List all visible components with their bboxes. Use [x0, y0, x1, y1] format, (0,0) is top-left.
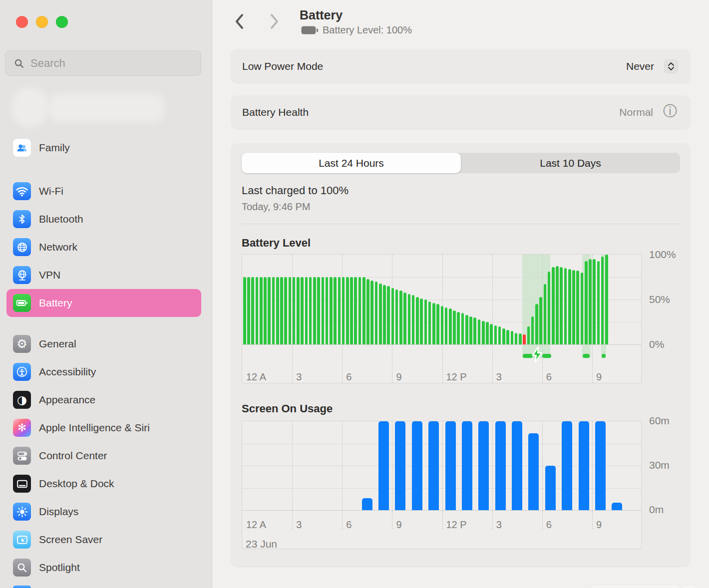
sidebar-item-vpn[interactable]: VPN: [6, 261, 201, 289]
sidebar-item-label: Accessibility: [39, 366, 96, 378]
battery-bar: [379, 284, 382, 344]
battery-bar: [399, 291, 402, 344]
x-axis-tick: 6: [546, 519, 552, 531]
last-charged-time: Today, 9:46 PM: [242, 201, 310, 213]
x-axis-tick: 9: [396, 371, 401, 383]
sidebar-item-apple-intelligence-siri[interactable]: ✻Apple Intelligence & Siri: [6, 414, 201, 442]
appearance-icon: ◑: [13, 391, 31, 409]
sidebar-item-network[interactable]: Network: [6, 233, 201, 261]
screen-usage-bar: [362, 498, 372, 510]
battery-bar: [576, 271, 579, 344]
battery-bar: [445, 307, 448, 344]
screen-on-usage-chart-title: Screen On Usage: [242, 402, 333, 415]
magnifier-icon: [13, 559, 31, 577]
battery-bar: [589, 259, 592, 344]
tab-last-10-days[interactable]: Last 10 Days: [461, 153, 680, 173]
window-close-button[interactable]: [16, 16, 28, 28]
battery-bar: [280, 277, 283, 344]
screen-usage-bar: [428, 421, 439, 510]
sidebar-item-label: Spotlight: [39, 562, 80, 574]
battery-bar: [243, 277, 246, 344]
window-icon: [13, 475, 31, 493]
account-name-redacted[interactable]: [50, 94, 164, 122]
battery-bar: [412, 295, 415, 344]
low-power-mode-stepper[interactable]: [664, 59, 678, 73]
info-icon[interactable]: ⓘ: [663, 104, 677, 118]
x-axis-tick: 3: [296, 519, 302, 531]
search-icon: [13, 58, 24, 69]
battery-bar: [301, 277, 304, 344]
battery-bar: [519, 333, 522, 344]
x-axis-tick: 9: [396, 519, 401, 531]
battery-bar: [535, 304, 538, 344]
battery-bar: [593, 259, 596, 344]
last-charged-title: Last charged to 100%: [242, 184, 349, 197]
battery-bar: [424, 299, 427, 344]
screen-usage-bar: [495, 421, 506, 510]
back-button[interactable]: [233, 12, 246, 30]
forward-button[interactable]: [268, 12, 281, 30]
battery-bar: [560, 267, 563, 344]
gridline-dashed: [492, 255, 493, 383]
battery-level-chart: 12 A36912 P369: [242, 254, 642, 383]
battery-bar: [322, 277, 325, 344]
battery-bar: [515, 333, 518, 344]
gridline-dashed: [592, 421, 593, 530]
battery-bar: [395, 290, 398, 344]
screen-usage-bar: [445, 421, 456, 510]
y-axis-tick: 0%: [649, 338, 664, 350]
screen-usage-bar: [562, 421, 572, 510]
sidebar-item-label: Family: [39, 142, 70, 154]
sidebar-item-general[interactable]: ⚙General: [6, 330, 201, 358]
sidebar-item-label: VPN: [39, 269, 60, 281]
battery-bar: [284, 277, 287, 344]
battery-bar: [568, 269, 571, 344]
window-zoom-button[interactable]: [56, 16, 68, 28]
battery-bar: [605, 255, 608, 344]
battery-bar: [552, 267, 555, 344]
avatar[interactable]: [11, 87, 50, 127]
battery-bar: [276, 277, 279, 344]
battery-bar: [601, 257, 604, 344]
screen-usage-bar: [512, 421, 522, 510]
sidebar-item-battery[interactable]: Battery: [6, 289, 201, 317]
sidebar-item-cutoff-icon[interactable]: [13, 586, 31, 588]
sidebar-item-desktop-dock[interactable]: Desktop & Dock: [6, 470, 201, 498]
x-axis-tick: 6: [346, 371, 352, 383]
battery-bar: [346, 277, 349, 344]
battery-bar: [317, 277, 320, 344]
x-axis-tick: 3: [496, 371, 502, 383]
battery-icon: [301, 26, 318, 34]
battery-bar: [420, 298, 423, 344]
gear-icon: ⚙: [13, 335, 31, 353]
battery-bar: [511, 331, 514, 344]
battery-bar: [387, 286, 390, 344]
tab-last-24-hours[interactable]: Last 24 Hours: [242, 153, 461, 173]
screen-on-usage-chart: 12 A36912 P369: [242, 421, 642, 549]
sidebar-item-appearance[interactable]: ◑Appearance: [6, 386, 201, 414]
sidebar-item-displays[interactable]: Displays: [6, 498, 201, 526]
battery-bar: [297, 277, 300, 344]
window-minimize-button[interactable]: [36, 16, 48, 28]
gridline-dashed: [392, 421, 392, 530]
x-axis-tick: 12 P: [446, 371, 467, 383]
screensaver-icon: [13, 531, 31, 549]
battery-bar: [313, 277, 316, 344]
battery-bar: [330, 277, 333, 344]
search-input[interactable]: Search: [5, 50, 201, 76]
sidebar-item-wi-fi[interactable]: Wi-Fi: [6, 177, 201, 205]
battery-bar: [494, 325, 497, 344]
sidebar-item-spotlight[interactable]: Spotlight: [6, 554, 201, 582]
sidebar-item-bluetooth[interactable]: Bluetooth: [6, 205, 201, 233]
battery-bar: [428, 301, 431, 344]
screen-usage-bar: [395, 421, 405, 510]
gridline-dashed: [342, 421, 343, 530]
next-card-cutoff: [591, 585, 679, 588]
low-power-mode-card: Low Power Mode Never: [231, 50, 690, 83]
sidebar-item-accessibility[interactable]: Accessibility: [6, 358, 201, 386]
sidebar-item-screen-saver[interactable]: Screen Saver: [6, 526, 201, 554]
battery-bar: [539, 297, 542, 344]
next-card-cutoff-small: [682, 585, 695, 588]
sidebar-item-family[interactable]: Family: [6, 134, 201, 162]
sidebar-item-control-center[interactable]: Control Center: [6, 442, 201, 470]
